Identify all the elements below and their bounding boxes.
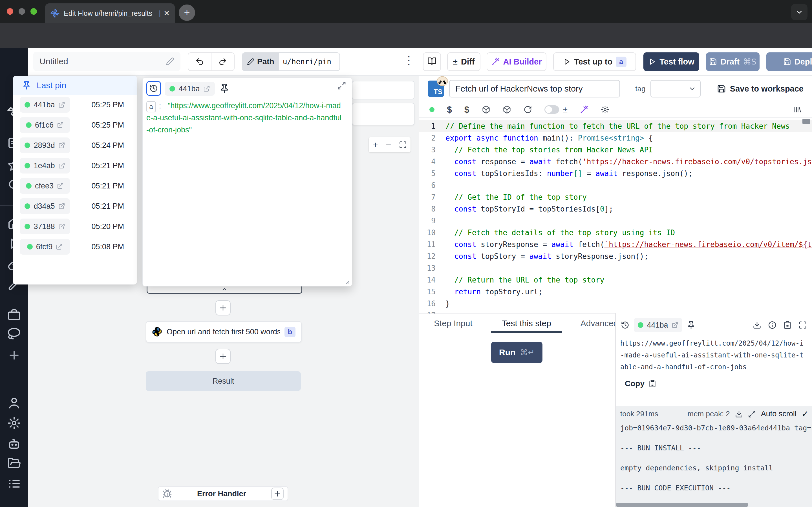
variable-picker-icon[interactable]: $ bbox=[447, 105, 452, 115]
pin-icon[interactable] bbox=[687, 321, 695, 329]
docs-button[interactable] bbox=[423, 52, 441, 71]
external-link-icon[interactable] bbox=[58, 223, 65, 230]
code-line[interactable]: 14 // Return the URL of the top story bbox=[419, 274, 812, 286]
pin-list-item[interactable]: cfee305:21 PM bbox=[13, 176, 137, 196]
flow-settings-card[interactable] bbox=[352, 81, 414, 100]
code-line[interactable]: 4 const response = await fetch('https://… bbox=[419, 156, 812, 168]
job-id-pill[interactable]: 2893d bbox=[20, 137, 70, 153]
ai-builder-button[interactable]: AI Builder bbox=[487, 52, 546, 71]
library-icon[interactable] bbox=[794, 105, 802, 114]
step-node-b[interactable]: Open url and fetch first 500 words of ..… bbox=[146, 321, 302, 342]
draft-button[interactable]: Draft ⌘S bbox=[706, 52, 760, 71]
job-id-pill[interactable]: cfee3 bbox=[20, 178, 70, 194]
copy-button[interactable]: Copy bbox=[616, 373, 812, 388]
code-line[interactable]: 5 const topStoriesIds: number[] = await … bbox=[419, 168, 812, 179]
diff-button[interactable]: ± Diff bbox=[447, 52, 480, 71]
history-button[interactable] bbox=[146, 81, 161, 96]
new-tab-button[interactable]: + bbox=[179, 4, 195, 21]
pinned-result-value[interactable]: "https://www.geoffreylitt.com/2025/04/12… bbox=[146, 100, 344, 136]
resize-handle-icon[interactable] bbox=[343, 278, 350, 284]
download-result-icon[interactable] bbox=[753, 321, 761, 329]
tab-step-input[interactable]: Step Input bbox=[419, 314, 487, 333]
sidebar-item-workers[interactable] bbox=[7, 308, 21, 322]
flow-input-card[interactable] bbox=[352, 103, 414, 125]
external-link-icon[interactable] bbox=[58, 101, 65, 108]
resource-picker-icon[interactable]: $ bbox=[464, 105, 469, 115]
clipboard-icon[interactable] bbox=[783, 321, 792, 329]
code-line[interactable]: 10 // Fetch the details of the top story… bbox=[419, 227, 812, 238]
code-line[interactable]: 15 return topStory.url; bbox=[419, 286, 812, 298]
error-handler-node[interactable]: Error Handler bbox=[158, 487, 288, 501]
path-widget[interactable]: Path u/henri/pin bbox=[242, 52, 340, 71]
flow-name-field[interactable]: Untitled bbox=[33, 52, 181, 71]
code-line[interactable]: 7 // Get the ID of the top story bbox=[419, 191, 812, 203]
tab-search-chevron-icon[interactable] bbox=[791, 4, 808, 20]
package-lock-icon[interactable] bbox=[503, 105, 511, 114]
zoom-out-button[interactable]: − bbox=[386, 139, 391, 151]
autoscroll-label[interactable]: Auto scroll bbox=[761, 409, 797, 418]
external-link-icon[interactable] bbox=[203, 86, 210, 92]
ai-assist-wand-icon[interactable] bbox=[580, 105, 589, 114]
fullscreen-icon[interactable] bbox=[799, 321, 807, 329]
tab-close-icon[interactable]: ✕ bbox=[163, 9, 170, 18]
step-summary-input[interactable] bbox=[449, 80, 620, 98]
reset-icon[interactable] bbox=[523, 105, 532, 114]
run-button[interactable]: Run ⌘↵ bbox=[491, 342, 543, 363]
expand-popup-icon[interactable] bbox=[337, 81, 346, 90]
external-link-icon[interactable] bbox=[57, 122, 64, 128]
deploy-button[interactable]: Deploy bbox=[766, 52, 812, 71]
external-link-icon[interactable] bbox=[58, 203, 65, 210]
pin-list-item[interactable]: 3718805:20 PM bbox=[13, 216, 137, 237]
pin-list-item[interactable]: 6fcf905:08 PM bbox=[13, 237, 137, 257]
zoom-in-button[interactable]: + bbox=[372, 139, 378, 151]
code-line[interactable]: 11 const storyResponse = await fetch(`ht… bbox=[419, 238, 812, 250]
code-line[interactable]: 12 const topStory = await storyResponse.… bbox=[419, 250, 812, 262]
maximize-window-button[interactable] bbox=[31, 8, 37, 15]
download-logs-icon[interactable] bbox=[735, 410, 743, 418]
external-link-icon[interactable] bbox=[57, 182, 64, 189]
job-id-pill[interactable]: 441ba bbox=[634, 318, 682, 332]
sidebar-item-schedules[interactable] bbox=[7, 327, 21, 340]
test-up-to-button[interactable]: Test up to a bbox=[553, 52, 636, 71]
undo-button[interactable] bbox=[188, 53, 211, 70]
editor-settings-icon[interactable] bbox=[601, 105, 609, 114]
insert-step-button[interactable] bbox=[215, 349, 231, 364]
sidebar-item-folders[interactable] bbox=[7, 457, 21, 470]
fit-view-icon[interactable] bbox=[399, 141, 407, 149]
pin-list-item[interactable]: 2893d05:24 PM bbox=[13, 135, 137, 156]
expand-logs-icon[interactable] bbox=[748, 410, 756, 418]
save-to-workspace-button[interactable]: Save to workspace bbox=[717, 84, 804, 94]
result-node[interactable]: Result bbox=[146, 371, 301, 391]
code-line[interactable]: 1// Define the main function to fetch th… bbox=[419, 120, 812, 132]
pin-list-item[interactable]: d34a505:21 PM bbox=[13, 196, 137, 216]
tab-test-this-step[interactable]: Test this step bbox=[487, 314, 566, 333]
info-icon[interactable] bbox=[768, 321, 776, 329]
code-line[interactable]: 6 bbox=[419, 179, 812, 191]
redo-button[interactable] bbox=[211, 53, 234, 70]
code-line[interactable]: 16} bbox=[419, 298, 812, 309]
log-viewer[interactable]: took 291ms mem peak: 2 Auto scroll ✓ job… bbox=[616, 406, 812, 507]
pin-list-item[interactable]: 1e4ab05:21 PM bbox=[13, 156, 137, 176]
last-pin-header[interactable]: Last pin bbox=[13, 76, 137, 95]
more-options-icon[interactable]: ⋮ bbox=[403, 54, 414, 66]
code-scrollbar-thumb[interactable] bbox=[802, 119, 810, 124]
code-line[interactable]: 8 const topStoryId = topStoriesIds[0]; bbox=[419, 203, 812, 215]
sidebar-item-new[interactable] bbox=[7, 348, 21, 362]
sidebar-item-ai[interactable] bbox=[7, 437, 21, 450]
code-line[interactable]: 9 bbox=[419, 215, 812, 227]
job-id-pill[interactable]: 441ba bbox=[20, 97, 70, 113]
package-icon[interactable] bbox=[482, 105, 490, 114]
code-editor[interactable]: 1// Define the main function to fetch th… bbox=[419, 118, 812, 314]
external-link-icon[interactable] bbox=[672, 322, 678, 328]
code-line[interactable]: 2export async function main(): Promise<s… bbox=[419, 132, 812, 144]
browser-tab[interactable]: Edit Flow u/henri/pin_results | ✕ bbox=[45, 3, 175, 23]
sidebar-item-settings[interactable] bbox=[7, 416, 21, 430]
external-link-icon[interactable] bbox=[56, 243, 63, 250]
external-link-icon[interactable] bbox=[58, 142, 65, 149]
job-id-pill[interactable]: 441ba bbox=[165, 82, 215, 96]
job-id-pill[interactable]: 6f1c6 bbox=[20, 117, 70, 133]
history-icon[interactable] bbox=[621, 321, 629, 329]
tag-select[interactable] bbox=[651, 80, 700, 98]
close-window-button[interactable] bbox=[7, 8, 13, 15]
check-icon[interactable]: ✓ bbox=[802, 409, 809, 419]
